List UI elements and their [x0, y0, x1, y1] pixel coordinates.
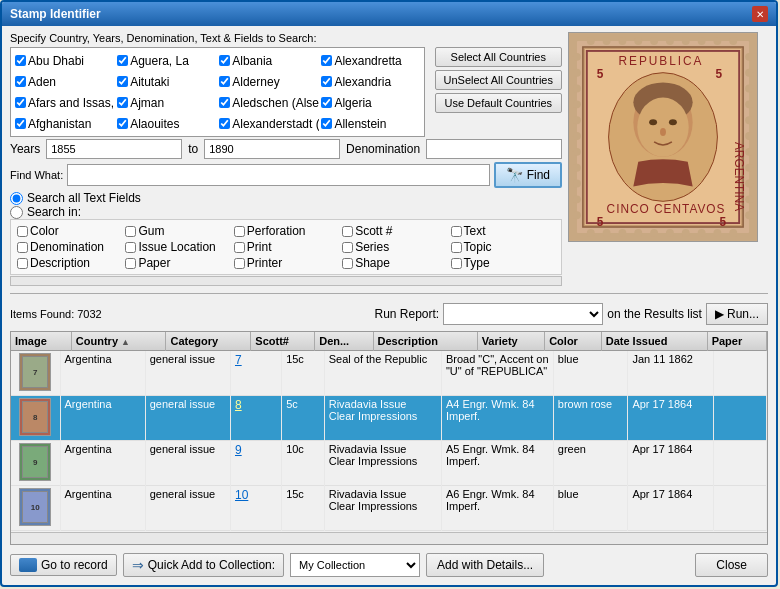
search-field-checkbox[interactable] [125, 242, 136, 253]
search-field-checkbox[interactable] [451, 242, 462, 253]
search-field-checkbox[interactable] [125, 226, 136, 237]
years-from-input[interactable] [46, 139, 182, 159]
paper-cell [713, 441, 766, 486]
description-cell: Rivadavia Issue Clear Impressions [324, 486, 441, 531]
years-to-input[interactable] [204, 139, 340, 159]
col-color[interactable]: Color [545, 332, 602, 351]
country-checkbox[interactable] [15, 55, 26, 66]
country-checkbox[interactable] [321, 55, 332, 66]
svg-point-23 [650, 37, 658, 45]
run-report-select[interactable] [443, 303, 603, 325]
search-field-checkbox[interactable] [342, 226, 353, 237]
search-field-checkbox[interactable] [451, 226, 462, 237]
search-field-checkbox[interactable] [342, 258, 353, 269]
search-in-item: Paper [125, 256, 229, 270]
search-in-item: Issue Location [125, 240, 229, 254]
country-item[interactable]: Aden [13, 71, 115, 92]
country-checkbox[interactable] [321, 97, 332, 108]
country-item[interactable]: Alaouites [115, 113, 217, 134]
stamp-thumbnail-cell: 9 [11, 441, 60, 486]
add-with-details-button[interactable]: Add with Details... [426, 553, 544, 577]
table-row[interactable]: 7 Argentinageneral issue715cSeal of the … [11, 351, 767, 396]
scott-link[interactable]: 10 [235, 488, 248, 502]
scott-link[interactable]: 9 [235, 443, 242, 457]
dialog-close-button[interactable]: ✕ [752, 6, 768, 22]
country-checkbox[interactable] [219, 97, 230, 108]
select-all-button[interactable]: Select All Countries [435, 47, 562, 67]
quick-add-button[interactable]: ⇒ Quick Add to Collection: [123, 553, 284, 577]
close-button[interactable]: Close [695, 553, 768, 577]
search-in-radio[interactable] [10, 206, 23, 219]
scott-link[interactable]: 8 [235, 398, 242, 412]
top-section: Specify Country, Years, Denomination, Te… [10, 32, 768, 286]
country-checkbox[interactable] [219, 76, 230, 87]
country-item[interactable]: Algeria [319, 92, 421, 113]
col-category[interactable]: Category [166, 332, 251, 351]
table-row[interactable]: 10 Argentinageneral issue1015cRivadavia … [11, 486, 767, 531]
scott-link[interactable]: 7 [235, 353, 242, 367]
country-name: Alexandria [334, 75, 391, 89]
table-row[interactable]: 8 Argentinageneral issue85cRivadavia Iss… [11, 396, 767, 441]
date-cell: Apr 17 1864 [628, 486, 713, 531]
search-scrollbar[interactable] [10, 276, 562, 286]
col-image[interactable]: Image [11, 332, 71, 351]
col-variety[interactable]: Variety [477, 332, 545, 351]
col-scott[interactable]: Scott# [251, 332, 315, 351]
country-item[interactable]: Alexanderstadt (E [217, 113, 319, 134]
search-field-checkbox[interactable] [451, 258, 462, 269]
country-item[interactable]: Afars and Issas, [13, 92, 115, 113]
country-item[interactable]: Afghanistan [13, 113, 115, 134]
table-row[interactable]: 9 Argentinageneral issue910cRivadavia Is… [11, 441, 767, 486]
find-input[interactable] [67, 164, 489, 186]
use-default-button[interactable]: Use Default Countries [435, 93, 562, 113]
country-checkbox[interactable] [321, 76, 332, 87]
country-item[interactable]: Alderney [217, 71, 319, 92]
country-checkbox[interactable] [219, 55, 230, 66]
country-checkbox[interactable] [15, 97, 26, 108]
table-scroll-area[interactable]: 7 Argentinageneral issue715cSeal of the … [11, 351, 767, 532]
denomination-input[interactable] [426, 139, 562, 159]
col-country[interactable]: Country ▲ [71, 332, 166, 351]
results-data-table: 7 Argentinageneral issue715cSeal of the … [11, 351, 767, 531]
search-field-checkbox[interactable] [125, 258, 136, 269]
goto-record-button[interactable]: Go to record [10, 554, 117, 576]
country-item[interactable]: Allenstein [319, 113, 421, 134]
stamp-preview: 5 5 REPUBLICA ARGENTINA CINCO CENTAVOS [568, 32, 758, 242]
country-item[interactable]: Aguera, La [115, 50, 217, 71]
search-field-checkbox[interactable] [234, 242, 245, 253]
country-item[interactable]: Albania [217, 50, 319, 71]
country-item[interactable]: Aitutaki [115, 71, 217, 92]
country-checkbox[interactable] [321, 118, 332, 129]
find-button[interactable]: 🔭 Find [494, 162, 562, 188]
country-checkbox[interactable] [117, 76, 128, 87]
country-item[interactable]: Abu Dhabi [13, 50, 115, 71]
svg-point-26 [698, 37, 706, 45]
country-checkbox[interactable] [117, 97, 128, 108]
search-field-checkbox[interactable] [17, 242, 28, 253]
col-paper[interactable]: Paper [707, 332, 766, 351]
table-horizontal-scrollbar[interactable] [11, 532, 767, 544]
search-field-checkbox[interactable] [17, 258, 28, 269]
col-description[interactable]: Description [373, 332, 477, 351]
collection-select[interactable]: My Collection [290, 553, 420, 577]
country-item[interactable]: Alexandretta [319, 50, 421, 71]
country-checkbox[interactable] [15, 76, 26, 87]
search-field-checkbox[interactable] [234, 258, 245, 269]
unselect-all-button[interactable]: UnSelect All Countries [435, 70, 562, 90]
col-den[interactable]: Den... [315, 332, 373, 351]
all-text-radio[interactable] [10, 192, 23, 205]
search-field-checkbox[interactable] [17, 226, 28, 237]
country-checkbox[interactable] [15, 118, 26, 129]
countries-box[interactable]: Abu DhabiAguera, LaAlbaniaAlexandrettaAd… [10, 47, 425, 137]
run-button[interactable]: ▶ Run... [706, 303, 768, 325]
country-checkbox[interactable] [117, 55, 128, 66]
search-field-checkbox[interactable] [342, 242, 353, 253]
country-checkbox[interactable] [117, 118, 128, 129]
country-item[interactable]: Ajman [115, 92, 217, 113]
search-field-checkbox[interactable] [234, 226, 245, 237]
stamp-preview-svg: 5 5 REPUBLICA ARGENTINA CINCO CENTAVOS [569, 32, 757, 242]
country-item[interactable]: Alexandria [319, 71, 421, 92]
col-date[interactable]: Date Issued [601, 332, 707, 351]
country-checkbox[interactable] [219, 118, 230, 129]
country-item[interactable]: Aledschen (Alsed. [217, 92, 319, 113]
